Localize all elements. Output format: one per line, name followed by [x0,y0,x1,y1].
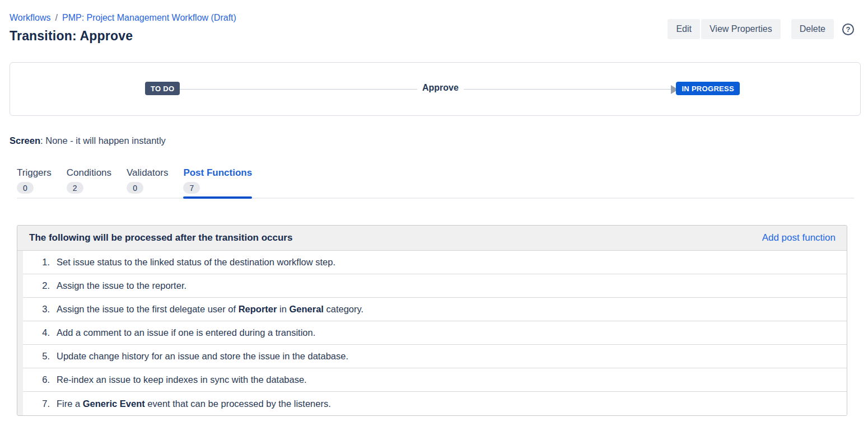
tab-label: Conditions [67,167,111,179]
screen-info: Screen: None - it will happen instantly [10,135,861,146]
post-function-description: Assign the issue to the first delegate u… [57,304,363,315]
target-status-lozenge: IN PROGRESS [676,82,740,95]
post-function-number: 5. [23,351,50,362]
source-status-lozenge: TO DO [145,82,180,95]
screen-info-label: Screen [10,135,40,146]
button-group: Edit View Properties [668,19,780,39]
breadcrumb-separator: / [55,13,58,22]
delete-button[interactable]: Delete [791,19,834,39]
transition-name-label: Approve [417,83,464,93]
breadcrumb-link-workflows[interactable]: Workflows [10,13,51,22]
post-function-number: 2. [23,280,50,291]
tab-bar: Triggers0Conditions2Validators0Post Func… [17,167,854,199]
post-function-number: 1. [23,257,50,268]
post-function-number: 7. [23,399,50,409]
post-function-number: 3. [23,304,50,315]
post-function-row: 4.Add a comment to an issue if one is en… [23,321,847,345]
transition-diagram: TO DO Approve IN PROGRESS [10,62,861,116]
post-function-row: 6.Re-index an issue to keep indexes in s… [23,368,847,392]
page-header: Workflows/PMP: Project Management Workfl… [10,0,861,44]
post-function-description: Set issue status to the linked status of… [57,257,335,268]
post-function-description: Assign the issue to the reporter. [57,280,186,291]
post-function-row: 7.Fire a Generic Event event that can be… [23,392,847,415]
panel-title: The following will be processed after th… [29,232,292,243]
tab-conditions[interactable]: Conditions2 [67,167,111,198]
post-function-description: Add a comment to an issue if one is ente… [57,327,315,338]
add-post-function-link[interactable]: Add post function [762,232,836,243]
tab-count-badge: 0 [17,182,34,194]
post-function-number: 6. [23,374,50,385]
tab-count-badge: 2 [67,182,83,194]
tab-validators[interactable]: Validators0 [127,167,168,198]
edit-button[interactable]: Edit [668,19,700,39]
post-function-row: 5.Update change history for an issue and… [23,345,847,368]
post-function-description: Re-index an issue to keep indexes in syn… [57,374,307,385]
tab-label: Triggers [17,167,52,179]
toolbar: Edit View Properties Delete ? [668,19,854,39]
post-function-number: 4. [23,327,50,338]
tab-count-badge: 0 [127,182,143,194]
post-function-row: 3.Assign the issue to the first delegate… [23,298,847,321]
tab-count-badge: 7 [183,182,200,194]
tab-label: Post Functions [183,167,252,179]
post-function-list: 1.Set issue status to the linked status … [17,251,847,415]
post-functions-panel: The following will be processed after th… [17,225,847,416]
view-properties-button[interactable]: View Properties [701,19,781,39]
screen-info-value: : None - it will happen instantly [40,135,166,146]
panel-header: The following will be processed after th… [17,226,847,251]
help-icon[interactable]: ? [842,24,854,35]
post-function-description: Update change history for an issue and s… [57,351,348,362]
breadcrumb-link-workflow-name[interactable]: PMP: Project Management Workflow (Draft) [62,13,236,22]
post-function-row: 2.Assign the issue to the reporter. [23,274,847,298]
tab-label: Validators [127,167,168,179]
tab-post-functions[interactable]: Post Functions7 [183,167,252,198]
post-function-description: Fire a Generic Event event that can be p… [57,399,331,409]
tab-triggers[interactable]: Triggers0 [17,167,52,198]
post-function-row: 1.Set issue status to the linked status … [23,251,847,274]
